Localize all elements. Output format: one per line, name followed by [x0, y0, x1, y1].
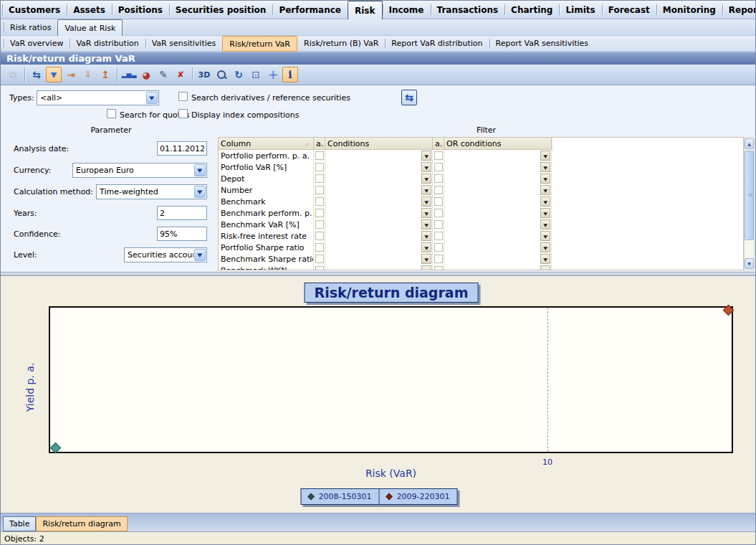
risk-sub-tab[interactable]: Value at Risk [57, 19, 123, 36]
level-select[interactable]: Securities account [124, 247, 207, 262]
or-conditions-dropdown-button[interactable] [540, 219, 550, 229]
filter-col-header-column[interactable]: Column [219, 138, 314, 149]
or-conditions-cell[interactable] [444, 242, 552, 253]
conditions-cell[interactable] [325, 230, 433, 242]
conditions-cell[interactable] [325, 173, 433, 184]
index-compositions-checkbox[interactable] [178, 109, 188, 118]
years-input[interactable] [157, 206, 207, 220]
and-checkbox[interactable] [315, 255, 324, 263]
menu-item[interactable]: Transactions [431, 1, 505, 19]
filter-col-header-or-conditions[interactable]: OR conditions [444, 138, 552, 149]
shift-right-icon[interactable] [63, 67, 79, 82]
var-tab[interactable]: Risk/return VaR [222, 36, 297, 52]
or-conditions-cell[interactable] [444, 150, 552, 161]
legend-item-2008[interactable]: 2008-150301 [302, 489, 379, 504]
conditions-cell[interactable] [325, 196, 433, 207]
conditions-dropdown-button[interactable] [421, 174, 431, 184]
conditions-cell[interactable] [325, 253, 433, 265]
menu-item[interactable]: Performance [272, 1, 348, 19]
and-checkbox[interactable] [315, 243, 324, 252]
confidence-input[interactable] [157, 227, 207, 241]
or-conditions-cell[interactable] [444, 219, 552, 230]
conditions-dropdown-button[interactable] [421, 208, 431, 218]
chevron-down-icon[interactable] [194, 164, 206, 176]
bar-chart-icon[interactable] [121, 67, 137, 82]
filter-col-header-conditions[interactable]: Conditions [325, 138, 433, 149]
and-checkbox[interactable] [315, 197, 324, 206]
refresh-icon[interactable] [29, 67, 44, 82]
filter-icon[interactable] [46, 67, 62, 82]
var-tab[interactable]: Report VaR sensitivities [489, 36, 595, 51]
or-conditions-cell[interactable] [444, 184, 552, 196]
filter-col-header-and[interactable]: a. [314, 138, 325, 149]
var-tab[interactable]: Report VaR distribution [385, 36, 489, 51]
and-checkbox[interactable] [315, 163, 324, 171]
or-conditions-cell[interactable] [444, 230, 552, 242]
or-conditions-dropdown-button[interactable] [540, 174, 550, 184]
menu-item[interactable]: Income [383, 1, 431, 19]
or-conditions-cell[interactable] [444, 253, 552, 265]
or-checkbox[interactable] [434, 197, 443, 206]
filter-col-header-and[interactable]: a. [433, 138, 444, 149]
conditions-dropdown-button[interactable] [421, 242, 431, 252]
scrollbar-thumb[interactable] [745, 151, 754, 240]
conditions-dropdown-button[interactable] [421, 151, 431, 161]
rescale-icon[interactable] [97, 67, 113, 82]
scroll-up-icon[interactable]: ▲ [745, 138, 754, 149]
conditions-dropdown-button[interactable] [421, 231, 431, 241]
conditions-dropdown-button[interactable] [421, 254, 431, 264]
bottom-tab[interactable]: Risk/return diagram [36, 516, 127, 531]
or-checkbox[interactable] [434, 174, 443, 183]
conditions-cell[interactable] [325, 207, 433, 219]
or-conditions-cell[interactable] [444, 161, 552, 173]
pie-chart-icon[interactable] [138, 67, 154, 82]
menu-item[interactable]: Positions [112, 1, 169, 19]
or-checkbox[interactable] [434, 255, 443, 263]
conditions-cell[interactable] [325, 242, 433, 253]
menu-item[interactable]: Risk [348, 1, 382, 19]
crosshair-icon[interactable] [265, 67, 281, 82]
chevron-down-icon[interactable] [194, 249, 206, 261]
conditions-cell[interactable] [325, 219, 433, 230]
conditions-dropdown-button[interactable] [421, 219, 431, 229]
or-conditions-dropdown-button[interactable] [540, 254, 550, 264]
and-checkbox[interactable] [315, 151, 324, 160]
or-conditions-dropdown-button[interactable] [540, 185, 550, 195]
or-conditions-dropdown-button[interactable] [540, 208, 550, 218]
scatter-plot-area[interactable] [49, 306, 733, 453]
or-conditions-dropdown-button[interactable] [540, 265, 550, 270]
conditions-cell[interactable] [325, 150, 433, 161]
or-conditions-dropdown-button[interactable] [540, 151, 550, 161]
derivatives-checkbox[interactable] [178, 92, 188, 101]
currency-select[interactable]: European Euro [72, 163, 207, 178]
and-checkbox[interactable] [315, 174, 324, 183]
and-checkbox[interactable] [315, 266, 324, 270]
analysis-date-input[interactable] [157, 141, 207, 156]
or-checkbox[interactable] [434, 266, 443, 270]
or-checkbox[interactable] [434, 220, 443, 229]
zoom-icon[interactable] [214, 67, 229, 82]
var-tab[interactable]: VaR overview [4, 36, 70, 51]
or-conditions-dropdown-button[interactable] [540, 242, 550, 252]
menu-item[interactable]: Charting [504, 1, 559, 19]
var-tab[interactable]: Risk/return (B) VaR [297, 36, 385, 51]
or-conditions-dropdown-button[interactable] [540, 196, 550, 207]
or-conditions-cell[interactable] [444, 207, 552, 219]
conditions-dropdown-button[interactable] [421, 185, 431, 195]
three-d-button[interactable]: 3D [196, 67, 212, 82]
or-checkbox[interactable] [434, 151, 443, 160]
types-select[interactable]: <all> [37, 90, 159, 105]
var-tab[interactable]: VaR sensitivities [145, 36, 223, 51]
menu-item[interactable]: Securities position [169, 1, 273, 19]
menu-item[interactable]: Customers [2, 1, 67, 19]
conditions-dropdown-button[interactable] [421, 265, 431, 270]
menu-item[interactable]: Monitoring [656, 1, 722, 19]
chevron-down-icon[interactable] [146, 92, 158, 104]
and-checkbox[interactable] [315, 186, 324, 194]
and-checkbox[interactable] [315, 220, 324, 229]
perspective-icon[interactable] [248, 67, 264, 82]
or-checkbox[interactable] [434, 232, 443, 240]
edit-report-icon[interactable] [155, 67, 171, 82]
or-checkbox[interactable] [434, 163, 443, 171]
shift-down-icon[interactable] [80, 67, 96, 82]
